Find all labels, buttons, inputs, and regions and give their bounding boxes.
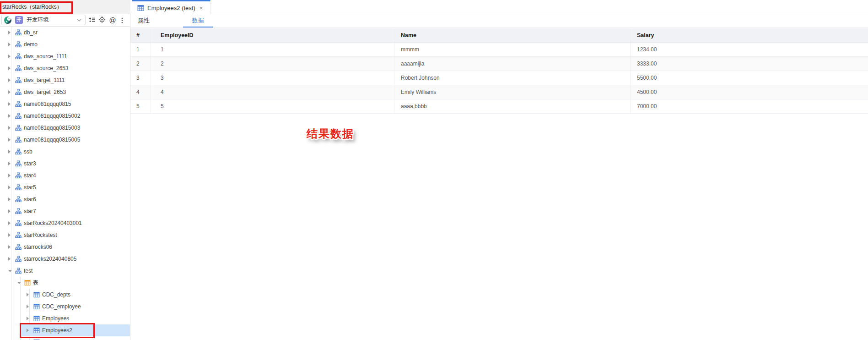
tree-expander-icon[interactable] [8,221,11,225]
result-grid: #EmployeeIDNameSalary 11mmmm1234.0022aaa… [130,28,868,114]
grid-cell[interactable]: 3 [151,71,394,85]
tree-node-icon [33,291,40,298]
more-vertical-icon[interactable]: ⋮ [118,16,126,24]
grid-cell[interactable]: 5500.00 [631,71,868,85]
tree-row[interactable]: star7 [0,205,130,217]
tree-expander-icon[interactable] [27,305,29,308]
grid-cell[interactable]: 3 [130,71,151,85]
grid-cell[interactable]: aaaa,bbbb [394,99,631,113]
grid-cell[interactable]: 1 [151,43,394,56]
editor-tabbar: Employees2 (test) × [130,0,868,14]
grid-row[interactable]: 44Emily Williams4500.00 [130,85,868,99]
tree-expander-icon[interactable] [8,245,11,249]
tree-expander-icon[interactable] [8,66,11,70]
tree-row[interactable]: db_sr [0,27,130,38]
tree-node-label: star4 [24,170,36,181]
tree-row[interactable]: dws_source_1111 [0,50,130,62]
tree-row[interactable]: name081qqqq0815005 [0,134,130,146]
tree-row[interactable]: star4 [0,170,130,181]
tree-node-icon [15,77,22,83]
tree-row[interactable]: CDC_depts [0,289,130,301]
grid-row[interactable]: 11mmmm1234.00 [130,43,868,57]
tree-row[interactable]: dws_target_2653 [0,86,130,98]
grid-cell[interactable]: 2 [130,57,151,71]
grid-header-cell[interactable]: # [130,28,151,42]
tree-node-icon [15,65,22,71]
grid-cell[interactable]: 5 [130,99,151,113]
grid-row[interactable]: 22aaaamijia3333.00 [130,57,868,71]
tree-expander-icon[interactable] [8,197,11,201]
grid-row[interactable]: 55aaaa,bbbb7000.00 [130,99,868,114]
tree-expander-icon[interactable] [8,78,11,82]
list-settings-icon[interactable] [88,16,96,24]
tree-node-icon [15,125,22,131]
grid-cell[interactable]: 4 [130,85,151,99]
tree-expander-icon[interactable] [8,257,11,261]
environment-selector[interactable]: 开 开发环境 [1,15,86,25]
tree-expander-icon[interactable] [27,317,29,320]
grid-header-cell[interactable]: Name [394,28,631,42]
tree-row[interactable]: star3 [0,158,130,170]
tree-expander-icon[interactable] [8,233,11,237]
annotation-stamp: 结果数据 [307,126,354,141]
tree-row[interactable]: starRocks20240403001 [0,217,130,229]
grid-cell[interactable]: Emily Williams [394,85,631,99]
tab-close-icon[interactable]: × [199,5,203,11]
grid-cell[interactable]: 5 [151,99,394,113]
tree-row[interactable]: star6 [0,193,130,205]
tree-expander-icon[interactable] [8,114,11,118]
tree-row[interactable]: 表 [0,277,130,289]
tree-row[interactable]: starrocks2024040805 [0,253,130,265]
tree-row[interactable]: name081qqqq0815003 [0,122,130,134]
mention-icon[interactable]: @ [108,16,117,24]
grid-cell[interactable]: Robert Johnson [394,71,631,85]
tree-expander-icon[interactable] [8,270,12,272]
tree-expander-icon[interactable] [8,162,11,165]
grid-cell[interactable]: 4500.00 [631,85,868,99]
tree-node-label: dws_target_1111 [24,74,65,86]
tree-row[interactable]: starrocks06 [0,241,130,253]
tree-expander-icon[interactable] [8,174,11,177]
tree-row[interactable]: name081qqqq0815002 [0,110,130,122]
tree-expander-icon[interactable] [8,138,11,142]
tree-expander-icon[interactable] [8,150,11,154]
tree-row[interactable]: name081qqqq0815 [0,98,130,110]
tree-expander-icon[interactable] [8,102,11,106]
tree-row[interactable]: demo [0,38,130,50]
tree-expander-icon[interactable] [8,43,11,46]
tree-expander-icon[interactable] [27,293,29,296]
tree-expander-icon[interactable] [8,126,11,130]
locate-target-icon[interactable] [98,16,106,24]
tree-expander-icon[interactable] [8,31,11,34]
grid-cell[interactable]: 2 [151,57,394,71]
grid-cell[interactable]: 3333.00 [631,57,868,71]
tree-row[interactable]: star5 [0,181,130,193]
grid-header-cell[interactable]: Salary [631,28,868,42]
grid-cell[interactable]: 1234.00 [631,43,868,56]
grid-cell[interactable]: 4 [151,85,394,99]
grid-header-cell[interactable]: EmployeeID [151,28,394,42]
tree-node-label: star7 [24,205,36,217]
grid-cell[interactable]: aaaamijia [394,57,631,71]
tab-employees2[interactable]: Employees2 (test) × [132,0,210,14]
tree-expander-icon[interactable] [8,209,11,213]
tree-expander-icon[interactable] [17,282,21,284]
grid-cell[interactable]: 7000.00 [631,99,868,113]
tree-expander-icon[interactable] [8,90,11,94]
tree-row[interactable]: starRockstest [0,229,130,241]
tree-expander-icon[interactable] [8,186,11,189]
tree-expander-icon[interactable] [8,55,11,58]
tree-node-icon [15,29,22,36]
tab-properties[interactable]: 属性 [134,14,153,27]
grid-cell[interactable]: mmmm [394,43,631,56]
tree-node-icon [24,280,31,286]
tree-row[interactable]: dws_target_1111 [0,74,130,86]
grid-cell[interactable]: 1 [130,43,151,56]
grid-row[interactable]: 33Robert Johnson5500.00 [130,71,868,85]
tree-row[interactable]: test [0,265,130,277]
tree-row[interactable]: CDC_employee [0,301,130,313]
tree-row[interactable]: ssb [0,146,130,158]
tree-node-icon [15,53,22,60]
tree-row[interactable]: dws_source_2653 [0,62,130,74]
tab-data[interactable]: 数据 [183,14,213,27]
